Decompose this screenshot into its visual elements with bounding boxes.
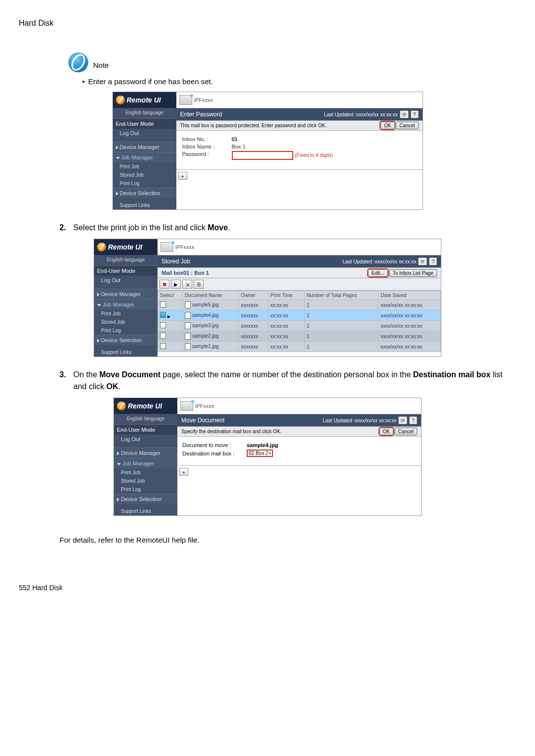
- row-checkbox[interactable]: [160, 333, 166, 339]
- nav-label: Device Manager: [101, 291, 141, 297]
- file-icon: [185, 322, 191, 329]
- nav-label: Device Manager: [120, 144, 160, 150]
- last-updated: Last Updated :xxxx/xx/xx xx:xx:xx: [324, 112, 398, 117]
- col-date-saved[interactable]: Date Saved: [378, 291, 441, 300]
- print-time: xx:xx:xx: [268, 342, 304, 352]
- table-row[interactable]: sample2.jpgxxxxxxxxx:xx:xx1xxxx/xx/xx xx…: [158, 331, 441, 342]
- delete-button[interactable]: ✖: [160, 280, 169, 289]
- scroll-up-button[interactable]: ▲: [179, 468, 188, 476]
- help-button[interactable]: ?: [409, 416, 417, 424]
- nav-stored-job[interactable]: Stored Job: [114, 477, 177, 485]
- nav-support-links[interactable]: Support Links: [113, 201, 176, 209]
- nav-device-manager[interactable]: Device Manager: [94, 289, 158, 299]
- note-icon: [68, 52, 88, 72]
- col-print-time[interactable]: Print Time: [268, 291, 304, 300]
- table-row[interactable]: sample3.jpgxxxxxxxxx:xx:xx1xxxx/xx/xx xx…: [158, 321, 441, 331]
- nav-device-manager[interactable]: Device Manager: [113, 142, 176, 152]
- step-number: 2.: [59, 222, 69, 234]
- refresh-button[interactable]: ⟳: [400, 110, 409, 118]
- col-pages[interactable]: Number of Total Pages: [304, 291, 378, 300]
- logout-link[interactable]: Log Out: [114, 435, 177, 445]
- nav-device-manager[interactable]: Device Manager: [114, 448, 177, 458]
- remote-ui-title: Remote UI: [108, 243, 142, 251]
- language-link[interactable]: English language: [113, 108, 176, 118]
- pages: 1: [304, 321, 378, 331]
- row-checkbox[interactable]: [160, 343, 166, 349]
- printer-model: iPFxxxx: [195, 403, 214, 409]
- nav-job-manager[interactable]: Job Manager: [94, 299, 158, 309]
- nav-job-manager[interactable]: Job Manager: [113, 152, 176, 162]
- pages: 1: [304, 342, 378, 352]
- step-text: .: [118, 382, 120, 391]
- inbox-no-label: Inbox No. :: [182, 136, 232, 142]
- nav-print-log[interactable]: Print Log: [94, 326, 158, 335]
- logout-link[interactable]: Log Out: [94, 276, 158, 286]
- file-icon: [185, 302, 191, 308]
- password-label: Password :: [182, 151, 232, 160]
- properties-button[interactable]: ☰: [194, 280, 204, 289]
- nav-print-job[interactable]: Print Job: [113, 162, 176, 171]
- refresh-button[interactable]: ⟳: [398, 416, 407, 424]
- nav-stored-job[interactable]: Stored Job: [94, 318, 158, 326]
- col-owner[interactable]: Owner: [239, 291, 268, 300]
- date-saved: xxxx/xx/xx xx:xx:xx: [378, 310, 441, 321]
- inbox-name-value: Box 1: [232, 144, 418, 150]
- nav-stored-job[interactable]: Stored Job: [113, 171, 176, 179]
- owner: xxxxxxx: [239, 310, 268, 321]
- doc-name: sample1.jpg: [192, 344, 219, 349]
- nav-print-log[interactable]: Print Log: [114, 485, 177, 494]
- refresh-button[interactable]: ⟳: [418, 257, 427, 265]
- language-link[interactable]: English language: [114, 414, 177, 424]
- mailbox-name: Mail box01 : Box 1: [161, 270, 209, 276]
- print-time: xx:xx:xx: [268, 310, 304, 321]
- table-row[interactable]: sample1.jpgxxxxxxxxx:xx:xx1xxxx/xx/xx xx…: [158, 342, 441, 352]
- nav-label: Device Selection: [101, 337, 142, 343]
- chevron-right-icon: [116, 146, 118, 150]
- remote-ui-title: Remote UI: [127, 96, 161, 104]
- row-checkbox[interactable]: [160, 322, 166, 328]
- table-row[interactable]: ▶sample4.jpgxxxxxxxxx:xx:xx1xxxx/xx/xx x…: [158, 310, 441, 321]
- chevron-right-icon: [117, 452, 119, 455]
- cancel-button[interactable]: Cancel: [395, 428, 417, 435]
- print-button[interactable]: ▶: [171, 280, 181, 289]
- cancel-button[interactable]: Cancel: [396, 122, 418, 129]
- logout-link[interactable]: Log Out: [113, 129, 176, 139]
- destination-select[interactable]: 02 Box 2 ▾: [247, 450, 273, 457]
- panel-header: Stored Job Last Updated :xxxx/xx/xx xx:x…: [158, 255, 441, 268]
- table-row[interactable]: sample5.jpgxxxxxxxxx:xx:xx1xxxx/xx/xx xx…: [158, 300, 441, 310]
- row-checkbox[interactable]: [160, 312, 166, 318]
- password-input[interactable]: [232, 151, 293, 160]
- nav-device-selection[interactable]: Device Selection: [114, 494, 177, 504]
- nav-job-manager[interactable]: Job Manager: [114, 458, 177, 468]
- step-text: Select the print job in the list and cli…: [73, 223, 208, 232]
- nav-support-links[interactable]: Support Links: [94, 348, 158, 356]
- col-select[interactable]: Select: [158, 291, 183, 300]
- nav-device-selection[interactable]: Device Selection: [113, 188, 176, 198]
- col-document[interactable]: Document Name: [182, 291, 239, 300]
- nav-device-selection[interactable]: Device Selection: [94, 335, 158, 345]
- language-link[interactable]: English language: [94, 255, 158, 265]
- nav-print-job[interactable]: Print Job: [94, 309, 158, 318]
- doc-move-value: sample4.jpg: [247, 442, 278, 448]
- edit-button[interactable]: Edit...: [368, 269, 388, 277]
- scroll-up-button[interactable]: ▲: [178, 172, 187, 180]
- row-checkbox[interactable]: [160, 302, 166, 307]
- file-icon: [185, 343, 191, 350]
- help-button[interactable]: ?: [429, 257, 437, 265]
- nav-print-log[interactable]: Print Log: [113, 179, 176, 188]
- nav-print-job[interactable]: Print Job: [114, 468, 177, 477]
- chevron-down-icon: [116, 157, 120, 159]
- ok-button[interactable]: OK: [380, 122, 394, 129]
- nav-support-links[interactable]: Support Links: [114, 507, 177, 515]
- help-button[interactable]: ?: [411, 110, 419, 118]
- print-time: xx:xx:xx: [268, 331, 304, 342]
- owner: xxxxxxx: [239, 300, 268, 310]
- footer-text: For details, refer to the RemoteUI help …: [59, 536, 516, 544]
- to-inbox-list-button[interactable]: To Inbox List Page: [389, 269, 437, 277]
- ok-button[interactable]: OK: [379, 428, 393, 435]
- move-button[interactable]: ⇲: [182, 280, 192, 289]
- job-table: Select Document Name Owner Print Time Nu…: [158, 291, 441, 352]
- doc-name: sample2.jpg: [192, 333, 219, 339]
- panel-title: Enter Password: [180, 111, 222, 118]
- destination-value: 02 Box 2: [249, 451, 268, 456]
